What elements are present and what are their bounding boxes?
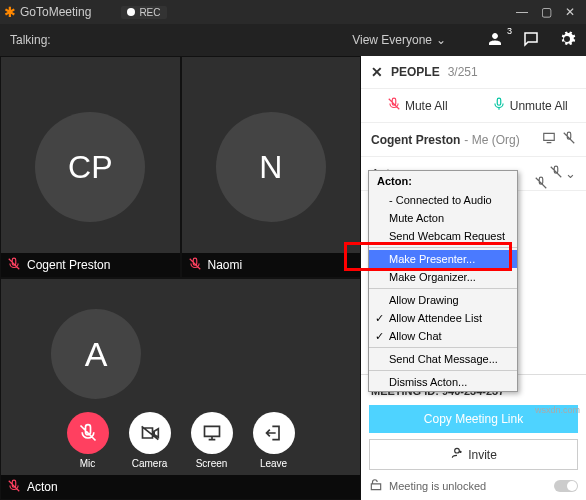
ctx-dismiss[interactable]: Dismiss Acton... bbox=[369, 373, 517, 391]
camera-control: Camera bbox=[129, 412, 171, 469]
app-name: GoToMeeting bbox=[20, 5, 91, 19]
mic-label: Mic bbox=[80, 458, 96, 469]
invite-icon bbox=[450, 446, 464, 463]
unmute-all-label: Unmute All bbox=[510, 99, 568, 113]
ctx-allow-drawing[interactable]: Allow Drawing bbox=[369, 291, 517, 309]
separator bbox=[369, 370, 517, 371]
mute-all-label: Mute All bbox=[405, 99, 448, 113]
mic-control: Mic bbox=[67, 412, 109, 469]
mute-all-button[interactable]: Mute All bbox=[361, 89, 474, 122]
invite-button[interactable]: Invite bbox=[369, 439, 578, 470]
mic-muted-icon bbox=[7, 479, 21, 496]
main-toolbar: Talking: View Everyone ⌄ 3 bbox=[0, 24, 586, 56]
screen-label: Screen bbox=[196, 458, 228, 469]
watermark: wsxdn.com bbox=[535, 405, 580, 415]
self-name: Cogent Preston bbox=[371, 133, 460, 147]
panel-title: PEOPLE bbox=[391, 65, 440, 79]
chevron-down-icon[interactable]: ⌄ bbox=[565, 166, 576, 181]
maximize-button[interactable]: ▢ bbox=[534, 5, 558, 19]
mic-muted-icon bbox=[188, 257, 202, 274]
mute-icon bbox=[387, 97, 401, 114]
view-mode-label: View Everyone bbox=[352, 33, 432, 47]
view-mode-dropdown[interactable]: View Everyone ⌄ bbox=[352, 33, 446, 47]
tile-namebar: Naomi bbox=[182, 253, 361, 277]
screen-control: Screen bbox=[191, 412, 233, 469]
ctx-allow-chat[interactable]: Allow Chat bbox=[369, 327, 517, 345]
avatar: A bbox=[51, 309, 141, 399]
minimize-button[interactable]: — bbox=[510, 5, 534, 19]
highlight-box bbox=[344, 242, 512, 271]
mic-muted-icon bbox=[549, 165, 563, 182]
screen-icon bbox=[542, 131, 556, 148]
control-bar: Mic Camera Screen bbox=[1, 412, 360, 469]
window-titlebar: ✱ GoToMeeting REC — ▢ ✕ bbox=[0, 0, 586, 24]
invite-label: Invite bbox=[468, 448, 497, 462]
people-count: 3 bbox=[507, 26, 512, 36]
panel-footer: MEETING ID: 940-234-237 Copy Meeting Lin… bbox=[361, 374, 586, 500]
leave-control: Leave bbox=[253, 412, 295, 469]
record-dot-icon bbox=[127, 8, 135, 16]
ctx-connected-audio: - Connected to Audio bbox=[369, 191, 517, 209]
ctx-send-chat[interactable]: Send Chat Message... bbox=[369, 350, 517, 368]
attendee-icons: ⌄ bbox=[549, 165, 576, 182]
camera-label: Camera bbox=[132, 458, 168, 469]
camera-button[interactable] bbox=[129, 412, 171, 454]
close-panel-button[interactable]: ✕ bbox=[371, 64, 383, 80]
panel-header: ✕ PEOPLE 3/251 bbox=[361, 56, 586, 88]
mic-button[interactable] bbox=[67, 412, 109, 454]
tile-namebar: Cogent Preston bbox=[1, 253, 180, 277]
mic-muted-icon bbox=[7, 257, 21, 274]
unlock-label: Meeting is unlocked bbox=[389, 480, 486, 492]
unlock-icon bbox=[369, 478, 383, 494]
mic-muted-icon bbox=[562, 131, 576, 148]
ctx-allow-attendee-list[interactable]: Allow Attendee List bbox=[369, 309, 517, 327]
attendee-mic-icon-overlay bbox=[534, 176, 548, 194]
app-logo-icon: ✱ bbox=[4, 4, 16, 20]
separator bbox=[369, 288, 517, 289]
tile-name: Naomi bbox=[208, 258, 243, 272]
leave-label: Leave bbox=[260, 458, 287, 469]
people-panel-button[interactable]: 3 bbox=[486, 30, 504, 51]
ctx-mute[interactable]: Mute Acton bbox=[369, 209, 517, 227]
record-label: REC bbox=[139, 7, 160, 18]
tile-name: Acton bbox=[27, 480, 58, 494]
talking-label: Talking: bbox=[10, 33, 51, 47]
screen-button[interactable] bbox=[191, 412, 233, 454]
panel-count: 3/251 bbox=[448, 65, 478, 79]
unmute-all-button[interactable]: Unmute All bbox=[474, 89, 587, 122]
self-row[interactable]: Cogent Preston - Me (Org) bbox=[361, 123, 586, 157]
window-controls: — ▢ ✕ bbox=[510, 5, 582, 19]
tile-namebar: Acton bbox=[1, 475, 360, 499]
video-tile-acton[interactable]: A Mic Camera bbox=[0, 278, 361, 500]
context-menu-title: Acton: bbox=[369, 171, 517, 191]
video-grid: CP Cogent Preston N Naomi A bbox=[0, 56, 361, 500]
avatar: N bbox=[216, 112, 326, 222]
chat-button[interactable] bbox=[522, 30, 540, 51]
self-icons bbox=[542, 131, 576, 148]
lock-row: Meeting is unlocked bbox=[369, 478, 578, 494]
tile-name: Cogent Preston bbox=[27, 258, 110, 272]
settings-button[interactable] bbox=[558, 30, 576, 51]
avatar: CP bbox=[35, 112, 145, 222]
mute-row: Mute All Unmute All bbox=[361, 88, 586, 123]
close-window-button[interactable]: ✕ bbox=[558, 5, 582, 19]
video-tile-naomi[interactable]: N Naomi bbox=[181, 56, 362, 278]
leave-button[interactable] bbox=[253, 412, 295, 454]
separator bbox=[369, 347, 517, 348]
context-menu: Acton: - Connected to Audio Mute Acton S… bbox=[368, 170, 518, 392]
lock-toggle[interactable] bbox=[554, 480, 578, 492]
video-tile-cogent[interactable]: CP Cogent Preston bbox=[0, 56, 181, 278]
self-role: - Me (Org) bbox=[464, 133, 519, 147]
toolbar-icons: 3 bbox=[486, 30, 576, 51]
chevron-down-icon: ⌄ bbox=[436, 33, 446, 47]
record-indicator[interactable]: REC bbox=[121, 6, 166, 19]
unmute-icon bbox=[492, 97, 506, 114]
